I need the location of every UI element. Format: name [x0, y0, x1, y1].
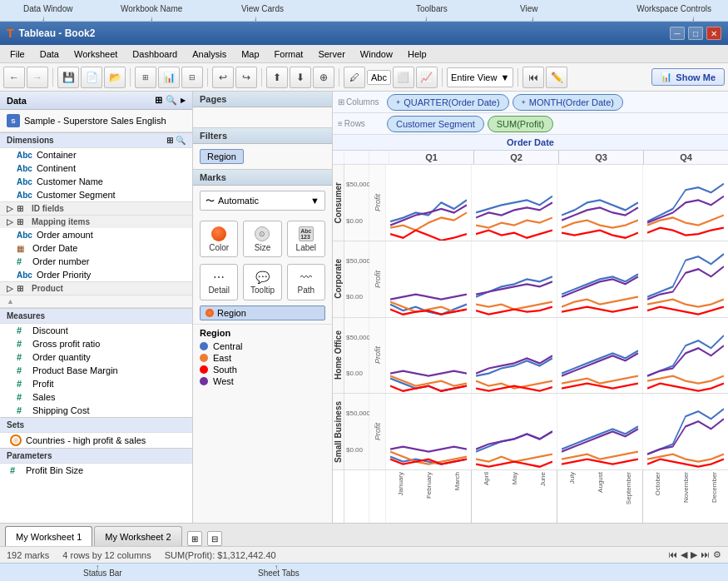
prev-icon[interactable]: ◀: [681, 549, 687, 560]
tab-worksheet-1[interactable]: My Worksheet 1: [5, 526, 92, 546]
corporate-q4-chart[interactable]: [643, 241, 728, 317]
panel-arrow-icon[interactable]: ▸: [181, 95, 186, 106]
redo-button[interactable]: ↪: [235, 67, 257, 88]
tooltip-button[interactable]: ⬜: [393, 67, 414, 88]
legend-central[interactable]: Central: [200, 341, 325, 351]
sum-profit-pill[interactable]: SUM(Profit): [488, 116, 553, 132]
color-button[interactable]: Color: [200, 221, 238, 257]
menu-server[interactable]: Server: [311, 47, 351, 61]
home-office-q4-chart[interactable]: [643, 318, 728, 394]
data-source[interactable]: S Sample - Superstore Sales English: [0, 110, 192, 132]
close-button[interactable]: ✕: [706, 27, 721, 40]
forward-button[interactable]: →: [27, 67, 48, 88]
label-button[interactable]: Abc123 Label: [287, 221, 325, 257]
dimensions-header[interactable]: Dimensions ⊞ 🔍: [0, 132, 192, 148]
add-sheet-button[interactable]: ⊞: [187, 531, 202, 546]
region-marks-chip[interactable]: Region: [200, 305, 325, 320]
home-office-q1-chart[interactable]: [386, 318, 472, 394]
open-button[interactable]: 📂: [104, 67, 126, 88]
undo-button[interactable]: ↩: [212, 67, 234, 88]
field-group-id[interactable]: ▷ ⊞ ID fields: [0, 201, 192, 215]
menu-help[interactable]: Help: [401, 47, 433, 61]
skip-start-button[interactable]: ⏮: [522, 67, 544, 88]
field-product-base-margin[interactable]: # Product Base Margin: [0, 364, 192, 377]
consumer-q3-chart[interactable]: [557, 165, 643, 241]
crosstab-button[interactable]: ⊟: [181, 67, 203, 88]
sort-desc-button[interactable]: ⬇: [290, 67, 311, 88]
edit-button[interactable]: ✏️: [546, 67, 567, 88]
new-workbook-button[interactable]: 📄: [81, 67, 102, 88]
customer-segment-pill[interactable]: Customer Segment: [387, 116, 484, 132]
highlight-button[interactable]: 🖊: [344, 67, 365, 88]
size-button[interactable]: ⊙ Size: [243, 221, 281, 257]
menu-worksheet[interactable]: Worksheet: [67, 47, 124, 61]
field-gross-profit[interactable]: # Gross profit ratio: [0, 337, 192, 350]
small-business-q2-chart[interactable]: [472, 394, 557, 469]
small-business-q3-chart[interactable]: [557, 394, 643, 469]
skip-end-icon[interactable]: ⏭: [701, 549, 710, 560]
month-pill[interactable]: + MONTH(Order Date): [513, 94, 623, 111]
view-dropdown[interactable]: Entire View ▼: [447, 67, 513, 87]
menu-analysis[interactable]: Analysis: [186, 47, 233, 61]
field-sales[interactable]: # Sales: [0, 390, 192, 404]
chart-type-button[interactable]: 📈: [416, 67, 438, 88]
small-business-q1-chart[interactable]: [386, 394, 472, 469]
field-order-number[interactable]: # Order number: [0, 255, 192, 268]
tooltip-button[interactable]: 💬 Tooltip: [243, 264, 281, 300]
save-button[interactable]: 💾: [57, 67, 79, 88]
legend-east[interactable]: East: [200, 353, 325, 363]
tab-worksheet-2[interactable]: My Worksheet 2: [94, 526, 181, 546]
sort-asc-button[interactable]: ⬆: [266, 67, 288, 88]
show-me-button[interactable]: 📊 Show Me: [651, 68, 725, 86]
corporate-q2-chart[interactable]: [472, 241, 557, 317]
pages-content[interactable]: [193, 107, 332, 127]
menu-file[interactable]: File: [3, 47, 32, 61]
consumer-q2-chart[interactable]: [472, 165, 557, 241]
field-group-mapping[interactable]: ▷ ⊞ Mapping items: [0, 215, 192, 228]
data-panel-controls[interactable]: ⊞ 🔍 ▸: [155, 95, 186, 106]
menu-data[interactable]: Data: [33, 47, 66, 61]
field-customer-segment[interactable]: Abc Customer Segment: [0, 188, 192, 201]
skip-start-icon[interactable]: ⏮: [668, 549, 677, 560]
bar-chart-button[interactable]: 📊: [158, 67, 180, 88]
consumer-q4-chart[interactable]: [643, 165, 728, 241]
quarter-pill[interactable]: + QUARTER(Order Date): [387, 94, 509, 111]
field-profit-bin-size[interactable]: # Profit Bin Size: [0, 464, 192, 477]
field-order-quantity[interactable]: # Order quantity: [0, 350, 192, 364]
dimensions-view-icon[interactable]: ⊞: [166, 136, 173, 145]
menu-dashboard[interactable]: Dashboard: [126, 47, 184, 61]
field-countries-set[interactable]: ◎ Countries - high profit & sales: [0, 433, 192, 448]
field-container[interactable]: Abc Container: [0, 148, 192, 161]
corporate-q3-chart[interactable]: [557, 241, 643, 317]
next-icon[interactable]: ▶: [691, 549, 697, 560]
menu-map[interactable]: Map: [235, 47, 265, 61]
measures-header[interactable]: Measures: [0, 308, 192, 324]
path-button[interactable]: 〰 Path: [287, 264, 325, 300]
legend-south[interactable]: South: [200, 365, 325, 375]
corporate-q1-chart[interactable]: [386, 241, 472, 317]
grid-view-icon[interactable]: ⊞: [155, 95, 162, 106]
dimensions-search-icon[interactable]: 🔍: [176, 136, 186, 145]
marks-type-dropdown[interactable]: 〜 Automatic ▼: [200, 191, 325, 211]
filter-region-chip[interactable]: Region: [200, 149, 244, 164]
menu-window[interactable]: Window: [354, 47, 399, 61]
field-continent[interactable]: Abc Continent: [0, 161, 192, 175]
group-button[interactable]: ⊕: [313, 67, 334, 88]
settings-icon[interactable]: ⚙: [713, 549, 721, 560]
field-customer-name[interactable]: Abc Customer Name: [0, 175, 192, 188]
field-order-date[interactable]: ▦ Order Date: [0, 241, 192, 255]
menu-format[interactable]: Format: [268, 47, 310, 61]
legend-west[interactable]: West: [200, 376, 325, 386]
back-button[interactable]: ←: [3, 67, 25, 88]
field-order-priority[interactable]: Abc Order Priority: [0, 268, 192, 281]
consumer-q1-chart[interactable]: [386, 165, 472, 241]
home-office-q2-chart[interactable]: [472, 318, 557, 394]
detail-button[interactable]: ⋯ Detail: [200, 264, 238, 300]
sets-header[interactable]: Sets: [0, 417, 192, 433]
small-business-q4-chart[interactable]: [643, 394, 728, 469]
connect-data-button[interactable]: ⊞: [135, 67, 156, 88]
minimize-button[interactable]: ─: [670, 27, 685, 40]
duplicate-sheet-button[interactable]: ⊟: [207, 531, 222, 546]
field-order-amount[interactable]: Abc Order amount: [0, 228, 192, 241]
field-profit[interactable]: # Profit: [0, 377, 192, 390]
